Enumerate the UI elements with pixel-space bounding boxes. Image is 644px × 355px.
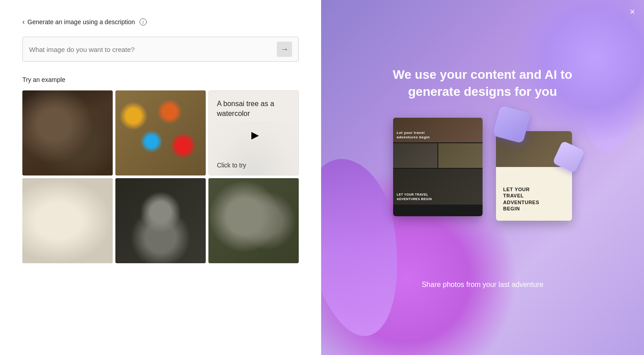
card-photo-3 [438, 143, 483, 168]
promo-headline-line2: generate designs for you [408, 85, 557, 98]
modal-container: ‹ Generate an image using a description … [0, 0, 644, 355]
example-image-bear[interactable] [22, 90, 113, 175]
left-panel: ‹ Generate an image using a description … [0, 0, 321, 355]
blob-right-decoration [581, 45, 635, 152]
card-photo-4: LET YOUR TRAVELADVENTURES BEGIN [393, 169, 483, 205]
robot-image [115, 178, 206, 263]
card-photo-1-text: Let your travel adventures begin [397, 131, 430, 140]
promo-subtitle: Share photos from your last adventure [422, 281, 543, 289]
close-button[interactable]: × [630, 7, 635, 16]
click-to-try-label: Click to try [217, 162, 246, 169]
cars-image [115, 90, 206, 175]
card-grid: Let your travel adventures begin LET YOU… [393, 118, 483, 216]
sculpture-image [22, 178, 113, 263]
promo-headline-line1: We use your content and AI to [393, 68, 572, 81]
right-panel: × We use your content and AI to generate… [321, 0, 644, 355]
example-image-cars[interactable] [115, 90, 206, 175]
image-grid: A bonsai tree as a watercolor ▶ Click to… [22, 90, 299, 263]
example-image-raccoons[interactable] [208, 178, 299, 263]
card-photo-4-text: LET YOUR TRAVELADVENTURES BEGIN [397, 192, 432, 201]
try-example-label: Try an example [22, 76, 299, 83]
card-photo-1: Let your travel adventures begin [393, 118, 483, 142]
back-arrow-icon: ‹ [22, 18, 25, 26]
example-image-sculpture[interactable] [22, 178, 113, 263]
card-photo-2 [393, 143, 437, 168]
example-watercolor-prompt[interactable]: A bonsai tree as a watercolor ▶ Click to… [208, 90, 299, 175]
example-image-robot[interactable] [115, 178, 206, 263]
bear-image [22, 90, 113, 175]
design-preview: Let your travel adventures begin LET YOU… [393, 118, 572, 270]
back-nav[interactable]: ‹ Generate an image using a description … [22, 18, 299, 26]
watercolor-title: A bonsai tree as a watercolor [217, 99, 290, 119]
card-main-collage: Let your travel adventures begin LET YOU… [393, 118, 483, 216]
back-nav-label: Generate an image using a description [27, 18, 135, 26]
promo-headline: We use your content and AI to generate d… [393, 66, 572, 100]
cursor-icon: ▶ [251, 129, 259, 141]
arrow-right-icon: → [280, 45, 288, 54]
info-icon: i [140, 18, 147, 26]
search-bar: → [22, 37, 299, 62]
search-input[interactable] [29, 46, 277, 53]
raccoon-image [208, 178, 299, 263]
card-secondary-text-block: LET YOUR TRAVEL ADVENTURES BEGIN [503, 186, 565, 212]
search-submit-button[interactable]: → [277, 42, 292, 57]
